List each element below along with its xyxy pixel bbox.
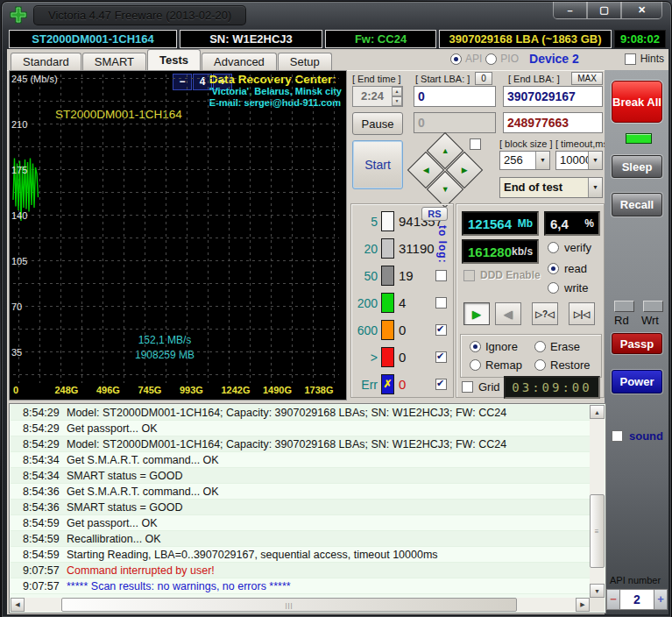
defect-radio-restore[interactable]: [534, 359, 546, 371]
scroll-down-icon[interactable]: ▼: [590, 584, 605, 598]
drive-serial: SN: W1E2HCJ3: [180, 30, 322, 48]
bucket-count: 0: [399, 350, 406, 365]
minimize-button[interactable]: –: [553, 2, 587, 19]
start-button[interactable]: Start: [352, 140, 403, 189]
end-lba-label: [ End LBA: ]: [508, 74, 560, 84]
log-timestamp: 8:54:34: [23, 470, 61, 482]
break-all-button[interactable]: Break All: [612, 81, 662, 123]
start-lba-label: [ Start LBA: ]: [415, 74, 470, 84]
api-number-label: API number: [610, 575, 661, 585]
bucket-row: 600 0: [351, 316, 453, 344]
hints-checkbox[interactable]: [625, 53, 636, 65]
device-label[interactable]: Device 2: [529, 52, 579, 66]
recall-button[interactable]: Recall: [612, 193, 662, 216]
victoria-app-icon: [10, 6, 27, 24]
interface-radio-api[interactable]: [450, 53, 462, 65]
end-lba-input[interactable]: 3907029167: [503, 86, 603, 107]
grid-checkbox[interactable]: [462, 381, 473, 393]
rs-button[interactable]: RS: [421, 207, 448, 221]
timeout-combo[interactable]: 10000▼: [555, 151, 603, 170]
passp-button[interactable]: Passp: [612, 333, 662, 354]
scroll-right-icon[interactable]: ▶: [576, 598, 590, 612]
bucket-to-log-checkbox[interactable]: [435, 297, 447, 308]
api-number-value: 2: [620, 589, 654, 610]
defect-radio-erase[interactable]: [534, 341, 546, 352]
bucket-to-log-checkbox[interactable]: [435, 270, 447, 281]
vertical-scroll-thumb[interactable]: ≡: [590, 494, 605, 568]
mode-radio-read[interactable]: [548, 263, 559, 274]
log-message: Get passport... OK: [67, 517, 158, 529]
sleep-button[interactable]: Sleep: [612, 155, 662, 178]
mode-write-row: write: [548, 281, 588, 294]
bucket-to-log-checkbox[interactable]: [435, 379, 447, 390]
tab-tests[interactable]: Tests: [147, 49, 201, 70]
end-action-combo[interactable]: End of test▼: [499, 177, 603, 198]
hints-label: Hints: [640, 53, 664, 65]
block-size-combo[interactable]: 256▼: [499, 151, 550, 170]
power-button[interactable]: Power: [612, 370, 662, 394]
maximize-button[interactable]: ▢: [587, 2, 621, 19]
chevron-down-icon: ▼: [588, 152, 602, 169]
bucket-threshold-label: 50: [353, 269, 378, 283]
scroll-up-icon[interactable]: ▲: [590, 405, 605, 419]
back-button[interactable]: ◀: [495, 302, 521, 325]
speed-display: 161280kb/s: [462, 239, 539, 264]
bucket-color-swatch: [381, 293, 394, 313]
defect-action-group: Ignore Erase Remap Restore: [460, 334, 602, 378]
end-time-label: [ End time ]: [352, 74, 401, 84]
end-time-spinner[interactable]: 2:24 ▲▼: [352, 86, 403, 107]
pause-button[interactable]: Pause: [352, 112, 403, 135]
api-minus-button[interactable]: −: [606, 589, 620, 610]
start-lba-input[interactable]: 0: [414, 86, 496, 107]
log-vertical-scrollbar[interactable]: ▲ ▼ ≡: [590, 405, 605, 598]
ddd-checkbox[interactable]: [463, 270, 475, 281]
close-button[interactable]: ✕: [621, 2, 662, 19]
bucket-threshold-label: 200: [353, 296, 378, 310]
log-row: 8:54:29 Get passport... OK: [11, 421, 590, 436]
zero-lba-button[interactable]: 0: [475, 72, 492, 85]
tab-advanced[interactable]: Advanced: [202, 53, 277, 70]
seek-edge-icon: ▷|◁: [574, 309, 590, 319]
bucket-threshold-label: Err: [353, 378, 378, 392]
bucket-to-log-checkbox[interactable]: [435, 324, 447, 336]
bucket-row: 50 19: [351, 262, 453, 289]
bucket-row: Err ✗ 0: [351, 371, 453, 398]
x-axis-tick: 1490G: [263, 385, 292, 395]
api-plus-button[interactable]: +: [654, 589, 668, 610]
defect-radio-remap[interactable]: [470, 359, 481, 371]
loop-checkbox[interactable]: [470, 138, 481, 150]
mb-display: 121564Mb: [462, 211, 539, 236]
horizontal-scroll-thumb[interactable]: |||: [61, 598, 517, 612]
seek-edge-button[interactable]: ▷|◁: [569, 302, 595, 325]
bucket-threshold-label: 600: [353, 323, 378, 337]
bucket-count: 31190: [399, 241, 435, 256]
scroll-left-icon[interactable]: ◀: [11, 598, 25, 612]
bucket-row: > 0: [351, 344, 453, 371]
log-row: 8:54:59 Starting Reading, LBA=0..3907029…: [11, 547, 590, 563]
log-horizontal-scrollbar[interactable]: ◀ ▶ |||: [11, 598, 590, 612]
window-content: Standard SMART Tests Advanced Setup API …: [7, 49, 668, 614]
bucket-color-swatch: [381, 211, 394, 231]
defect-radio-ignore[interactable]: [470, 341, 481, 352]
end-time-down-icon: ▼: [392, 96, 402, 106]
interface-radio-pio[interactable]: [485, 53, 497, 65]
bucket-to-log-checkbox[interactable]: [435, 351, 447, 363]
max-lba-button[interactable]: MAX: [571, 72, 603, 85]
scan-question-button[interactable]: ▷?◁: [532, 302, 558, 325]
tab-row: Standard SMART Tests Advanced Setup API …: [7, 49, 668, 71]
mode-radio-verify[interactable]: [548, 242, 559, 253]
y-axis-tick: 105: [11, 256, 27, 266]
log-row: 9:07:57 ***** Scan results: no warnings,…: [11, 578, 590, 594]
api-label: API: [465, 53, 482, 65]
play-button[interactable]: ▶: [463, 302, 490, 325]
mode-radio-write[interactable]: [548, 282, 559, 294]
log-message: SMART status = GOOD: [67, 501, 183, 514]
tab-standard[interactable]: Standard: [11, 53, 81, 70]
log-row: 8:54:59 Recallibration... OK: [11, 531, 590, 547]
sound-checkbox[interactable]: [612, 430, 623, 442]
tab-smart[interactable]: SMART: [82, 53, 146, 70]
log-message: Model: ST2000DM001-1CH164; Capacity: 390…: [67, 407, 506, 419]
percent-display: 6,4%: [544, 211, 600, 236]
x-axis-tick: 0: [13, 385, 18, 395]
tab-setup[interactable]: Setup: [278, 53, 332, 70]
